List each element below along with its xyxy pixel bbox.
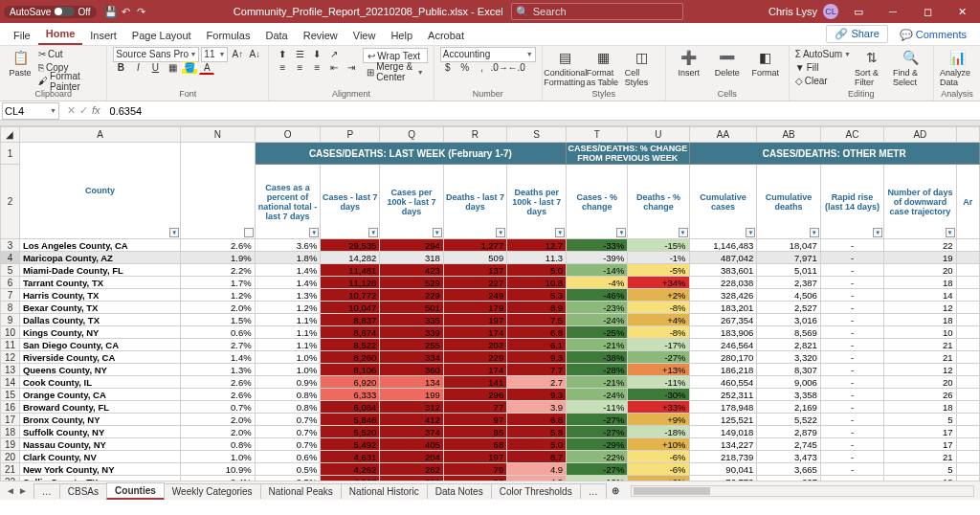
cell-downward[interactable]: 18 — [884, 277, 956, 289]
cell-cum-deaths[interactable]: 3,473 — [757, 451, 820, 463]
table-row[interactable]: 11San Diego County, CA2.7%1.1%8,52225520… — [1, 339, 980, 351]
cell-cum-deaths[interactable]: 8,307 — [757, 364, 820, 376]
cut-button[interactable]: ✂Cut — [38, 48, 100, 60]
cell-c100k[interactable]: 294 — [380, 239, 443, 252]
cell-downward[interactable]: 12 — [884, 364, 956, 376]
cell-ar[interactable] — [956, 476, 979, 481]
paste-button[interactable]: 📋Paste — [6, 48, 34, 78]
formula-input[interactable] — [106, 105, 980, 117]
scroll-thumb[interactable] — [634, 487, 710, 495]
cell-c100k[interactable]: 229 — [380, 289, 443, 302]
cell-cum-deaths[interactable]: 627 — [757, 476, 820, 481]
cell-d100k[interactable]: 8.9 — [507, 302, 567, 314]
cell-rapid-rise[interactable]: - — [820, 326, 883, 339]
row-header[interactable]: 8 — [1, 302, 20, 314]
cell-d100k[interactable]: 12.7 — [507, 239, 567, 252]
cell-county[interactable]: Orange County, CA — [19, 389, 180, 401]
row-header[interactable]: 20 — [1, 451, 20, 463]
cell-cases7[interactable]: 8,674 — [321, 326, 380, 339]
col-header[interactable]: AD — [884, 127, 956, 143]
cell-c100k[interactable]: 529 — [380, 277, 443, 289]
cell-deaths-pct[interactable]: -8% — [628, 326, 689, 339]
ribbon-options-icon[interactable]: ▭ — [844, 0, 873, 23]
filter-icon[interactable]: ▼ — [810, 228, 819, 237]
cell-cum-deaths[interactable]: 8,569 — [757, 326, 820, 339]
tab-home[interactable]: Home — [38, 24, 83, 45]
cell-pct-nat[interactable]: 1.0% — [255, 364, 321, 376]
col-header[interactable]: A — [19, 127, 180, 143]
sheet-tab[interactable]: … — [33, 483, 60, 499]
cell-c100k[interactable]: 339 — [380, 326, 443, 339]
table-row[interactable]: 8Bexar County, TX2.0%1.2%10,0475011798.9… — [1, 302, 980, 314]
cell-rapid-rise[interactable]: - — [820, 463, 883, 476]
cell-county[interactable]: Nassau County, NY — [19, 438, 180, 451]
cell-cases7[interactable]: 6,920 — [321, 376, 380, 389]
cell-cases7[interactable]: 11,481 — [321, 264, 380, 277]
cell-deaths7[interactable]: 197 — [443, 451, 506, 463]
cell-pct-nat[interactable]: 1.8% — [255, 252, 321, 264]
fill-button[interactable]: ▼Fill — [795, 61, 851, 74]
cell-ar[interactable] — [956, 438, 979, 451]
select-all[interactable]: ◢ — [1, 127, 20, 143]
cell-c100k[interactable]: 204 — [380, 451, 443, 463]
dec-decimal-icon[interactable]: ←.0 — [509, 61, 524, 75]
cell-ihe[interactable]: 2.6% — [181, 239, 256, 252]
cell-ar[interactable] — [956, 339, 979, 351]
cell-pct-nat[interactable]: 0.9% — [255, 376, 321, 389]
cell-downward[interactable]: 20 — [884, 376, 956, 389]
prev-tab-icon[interactable]: ◄ — [6, 485, 15, 496]
cell-downward[interactable]: 18 — [884, 401, 956, 414]
header-down[interactable]: Number of days of downward case trajecto… — [884, 165, 956, 239]
cell-downward[interactable]: 17 — [884, 426, 956, 438]
filter-icon[interactable]: ▼ — [169, 228, 179, 237]
sheet-tab[interactable]: National Historic — [341, 483, 428, 499]
header-county[interactable]: County▼ — [19, 143, 180, 239]
cell-cum-deaths[interactable]: 2,169 — [757, 401, 820, 414]
header-cases7[interactable]: Cases - last 7 days▼ — [321, 165, 380, 239]
next-tab-icon[interactable]: ► — [18, 485, 28, 496]
cell-deaths-pct[interactable]: -18% — [628, 426, 689, 438]
col-header[interactable]: T — [567, 127, 628, 143]
cell-cum-cases[interactable]: 328,426 — [689, 289, 757, 302]
header-ar[interactable]: Ar — [956, 165, 979, 239]
cell-cases-pct[interactable]: -29% — [567, 438, 628, 451]
cell-ar[interactable] — [956, 326, 979, 339]
find-select-button[interactable]: 🔍Find & Select — [893, 48, 927, 87]
cell-cum-cases[interactable]: 460,554 — [689, 376, 757, 389]
row-header[interactable]: 14 — [1, 376, 20, 389]
cell-ihe[interactable]: 1.7% — [181, 277, 256, 289]
insert-cells-button[interactable]: ➕Insert — [672, 48, 706, 78]
table-row[interactable]: 7Harris County, TX1.2%1.3%10,7722292495.… — [1, 289, 980, 302]
cell-deaths7[interactable]: 97 — [443, 414, 506, 426]
cell-deaths7[interactable]: 1,277 — [443, 239, 506, 252]
cell-deaths-pct[interactable]: -15% — [628, 239, 689, 252]
cell-pct-nat[interactable]: 0.7% — [255, 414, 321, 426]
cell-county[interactable]: Queens County, NY — [19, 364, 180, 376]
cell-deaths-pct[interactable]: +9% — [628, 476, 689, 481]
format-cells-button[interactable]: ◧Format — [748, 48, 783, 78]
cell-cum-cases[interactable]: 149,018 — [689, 426, 757, 438]
cell-cases7[interactable]: 4,067 — [321, 476, 380, 481]
align-bottom-icon[interactable]: ⬇ — [309, 48, 324, 61]
cell-d100k[interactable]: 10.8 — [507, 277, 567, 289]
cell-downward[interactable]: 19 — [884, 252, 956, 264]
cell-c100k[interactable]: 334 — [380, 351, 443, 364]
cell-d100k[interactable]: 11.3 — [507, 252, 567, 264]
cell-cum-cases[interactable]: 280,170 — [689, 351, 757, 364]
cell-county[interactable]: Clark County, NV — [19, 451, 180, 463]
cell-rapid-rise[interactable]: - — [820, 401, 883, 414]
cell-cases7[interactable]: 6,084 — [321, 401, 380, 414]
tab-file[interactable]: File — [6, 26, 38, 45]
cell-ihe[interactable]: 1.3% — [181, 364, 256, 376]
tab-help[interactable]: Help — [383, 26, 420, 45]
cell-cum-cases[interactable]: 183,906 — [689, 326, 757, 339]
username-label[interactable]: Chris Lysy — [768, 6, 817, 17]
cell-deaths7[interactable]: 68 — [443, 438, 506, 451]
cell-deaths7[interactable]: 174 — [443, 364, 506, 376]
header-deaths7[interactable]: Deaths - last 7 days▼ — [443, 165, 506, 239]
cell-d100k[interactable]: 6.8 — [507, 414, 567, 426]
row-header[interactable]: 12 — [1, 351, 20, 364]
cell-rapid-rise[interactable]: - — [820, 289, 883, 302]
cell-ar[interactable] — [956, 351, 979, 364]
cell-cum-deaths[interactable]: 5,011 — [757, 264, 820, 277]
